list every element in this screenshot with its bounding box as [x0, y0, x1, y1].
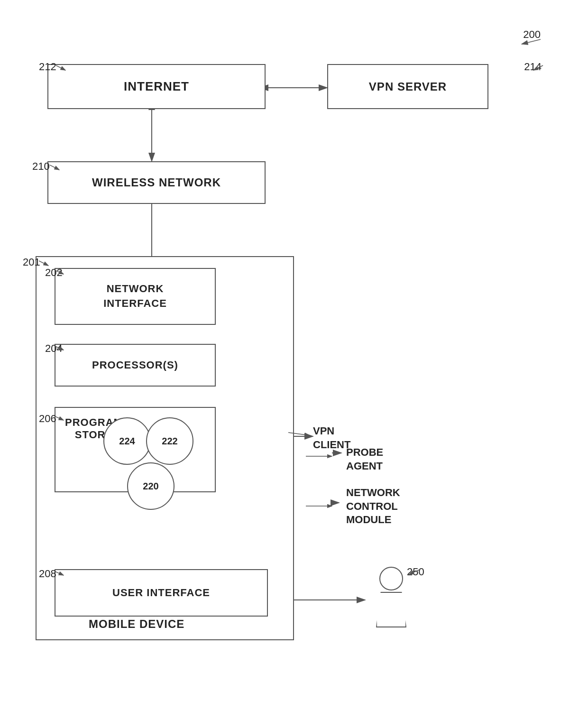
svg-line-22	[55, 346, 64, 350]
arrow-210-icon	[50, 163, 66, 175]
svg-line-12	[56, 65, 65, 70]
processors-box: PROCESSOR(S)	[55, 344, 216, 387]
svg-line-26	[55, 571, 64, 575]
ref-212: 212	[39, 61, 56, 73]
svg-line-30	[288, 433, 310, 435]
arrow-208-icon	[55, 570, 69, 580]
ref-210: 210	[32, 160, 50, 173]
diagram-container: 200 INTERNET 212 VPN SERVER 214	[0, 0, 588, 728]
arrow-probe-agent-icon	[306, 451, 339, 462]
arrow-vpn-client-icon	[288, 427, 317, 441]
arrow-204-icon	[55, 344, 69, 355]
svg-line-20	[55, 270, 64, 274]
arrow-212-icon	[56, 63, 73, 75]
svg-line-24	[55, 416, 64, 420]
arrow-206-icon	[55, 415, 69, 425]
arrow-250-icon	[405, 568, 422, 580]
probe-agent-circle: 222	[146, 417, 193, 465]
svg-line-28	[409, 570, 420, 574]
internet-box: INTERNET	[47, 64, 266, 109]
person-head	[379, 567, 403, 590]
network-interface-box: NETWORK INTERFACE	[55, 268, 216, 325]
ref-208: 208	[39, 568, 56, 580]
ref-206: 206	[39, 413, 56, 425]
arrow-200-icon	[517, 36, 545, 47]
svg-line-14	[533, 65, 543, 70]
svg-line-16	[50, 165, 59, 170]
network-control-module-label: NETWORK CONTROL MODULE	[346, 486, 400, 527]
svg-line-18	[39, 261, 48, 266]
network-control-circle: 220	[127, 462, 175, 510]
wireless-network-box: WIRELESS NETWORK	[47, 161, 266, 204]
ref-201: 201	[23, 256, 40, 268]
svg-line-10	[522, 39, 541, 44]
probe-agent-label: PROBE AGENT	[346, 446, 383, 473]
vpn-client-circle: 224	[103, 417, 151, 465]
user-interface-box: USER INTERFACE	[55, 569, 268, 617]
arrow-214-icon	[529, 63, 545, 75]
person-body	[376, 592, 406, 627]
vpn-client-label: VPN CLIENT	[313, 424, 350, 452]
arrow-202-icon	[55, 268, 69, 279]
arrow-network-control-icon	[306, 500, 339, 512]
vpn-server-box: VPN SERVER	[327, 64, 488, 109]
